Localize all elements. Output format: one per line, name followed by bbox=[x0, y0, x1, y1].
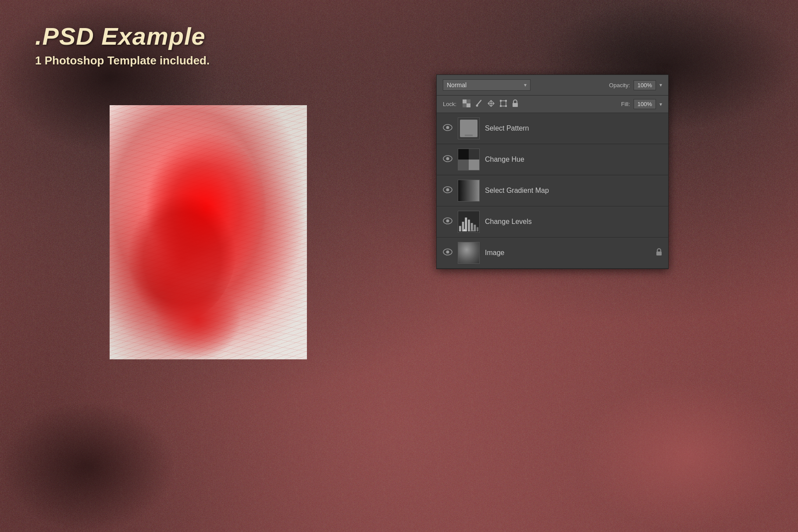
fill-value[interactable]: 100% bbox=[634, 99, 656, 109]
red-blob-3 bbox=[153, 280, 241, 359]
layer-image[interactable]: Image bbox=[437, 238, 668, 269]
photo-preview bbox=[110, 105, 307, 359]
photo-content bbox=[110, 105, 307, 359]
opacity-group: Opacity: 100% ▾ bbox=[609, 80, 662, 90]
layers-list: Select Pattern Change Hue bbox=[437, 113, 668, 269]
svg-rect-19 bbox=[472, 122, 476, 125]
svg-rect-29 bbox=[465, 135, 472, 136]
svg-rect-11 bbox=[513, 103, 518, 107]
svg-rect-25 bbox=[465, 128, 469, 131]
page-subtitle: 1 Photoshop Template included. bbox=[35, 54, 210, 67]
layer-visibility-icon[interactable] bbox=[443, 248, 452, 258]
title-area: .PSD Example 1 Photoshop Template includ… bbox=[35, 22, 210, 67]
svg-point-50 bbox=[446, 250, 449, 253]
svg-rect-15 bbox=[462, 122, 476, 131]
svg-rect-10 bbox=[505, 105, 507, 107]
blend-mode-value: Normal bbox=[447, 82, 467, 89]
svg-rect-42 bbox=[465, 217, 467, 231]
svg-rect-40 bbox=[459, 226, 461, 231]
lock-bar: Lock: bbox=[437, 96, 668, 113]
dark-blotch-bottomleft bbox=[0, 401, 175, 532]
svg-rect-22 bbox=[469, 125, 472, 128]
red-blotch-bottomright bbox=[579, 379, 798, 532]
svg-rect-0 bbox=[463, 99, 467, 103]
layer-visibility-icon[interactable] bbox=[443, 155, 452, 164]
blend-opacity-bar: Normal ▾ Opacity: 100% ▾ bbox=[437, 75, 668, 96]
svg-rect-34 bbox=[458, 160, 469, 170]
layer-select-gradient-map[interactable]: Select Gradient Map bbox=[437, 175, 668, 206]
svg-rect-33 bbox=[469, 149, 479, 160]
opacity-value[interactable]: 100% bbox=[634, 80, 656, 90]
page-title: .PSD Example bbox=[35, 22, 210, 50]
svg-rect-43 bbox=[468, 220, 470, 231]
svg-point-13 bbox=[446, 126, 449, 129]
svg-rect-18 bbox=[469, 122, 472, 125]
layer-name-text: Change Hue bbox=[485, 156, 662, 163]
fill-group: Fill: 100% ▾ bbox=[621, 99, 662, 109]
svg-rect-46 bbox=[477, 227, 478, 231]
svg-point-31 bbox=[446, 157, 449, 160]
lock-pixels-icon[interactable] bbox=[475, 99, 483, 109]
fill-chevron: ▾ bbox=[659, 101, 662, 107]
fill-label: Fill: bbox=[621, 101, 630, 107]
svg-rect-23 bbox=[472, 125, 476, 128]
svg-rect-20 bbox=[462, 125, 465, 128]
svg-rect-45 bbox=[474, 225, 476, 231]
svg-rect-16 bbox=[462, 122, 465, 125]
layer-lock-icon bbox=[656, 248, 662, 258]
svg-rect-14 bbox=[461, 121, 477, 132]
layers-panel: Normal ▾ Opacity: 100% ▾ Lock: bbox=[436, 74, 669, 269]
svg-point-37 bbox=[446, 188, 449, 191]
blend-mode-select[interactable]: Normal ▾ bbox=[443, 79, 531, 91]
layer-change-hue[interactable]: Change Hue bbox=[437, 144, 668, 175]
layer-thumbnail bbox=[458, 117, 480, 139]
svg-rect-7 bbox=[500, 100, 502, 102]
svg-rect-17 bbox=[465, 122, 469, 125]
lock-artboard-icon[interactable] bbox=[499, 99, 507, 109]
svg-point-5 bbox=[476, 105, 478, 107]
layer-visibility-icon[interactable] bbox=[443, 124, 452, 133]
layer-visibility-icon[interactable] bbox=[443, 186, 452, 195]
lock-label: Lock: bbox=[443, 101, 456, 107]
gradient-thumb-visual bbox=[458, 180, 479, 201]
svg-rect-51 bbox=[656, 252, 662, 255]
layer-thumbnail bbox=[458, 242, 480, 264]
layer-change-levels[interactable]: Change Levels bbox=[437, 206, 668, 238]
lock-position-icon[interactable] bbox=[487, 99, 495, 109]
svg-point-39 bbox=[446, 219, 449, 222]
svg-marker-48 bbox=[470, 229, 474, 231]
svg-rect-8 bbox=[505, 100, 507, 102]
opacity-chevron: ▾ bbox=[659, 82, 662, 88]
image-thumb-visual bbox=[458, 242, 479, 263]
svg-rect-35 bbox=[469, 160, 479, 170]
svg-rect-1 bbox=[467, 103, 470, 107]
layer-name-text: Select Gradient Map bbox=[485, 187, 662, 195]
lock-icons bbox=[463, 99, 519, 109]
layer-thumbnail bbox=[458, 180, 480, 202]
layer-name-text: Select Pattern bbox=[485, 124, 662, 132]
layer-visibility-icon[interactable] bbox=[443, 217, 452, 227]
layer-thumbnail bbox=[458, 211, 480, 233]
lock-all-icon[interactable] bbox=[512, 99, 519, 109]
svg-rect-27 bbox=[472, 128, 476, 131]
svg-rect-24 bbox=[462, 128, 465, 131]
opacity-label: Opacity: bbox=[609, 82, 630, 89]
svg-rect-3 bbox=[463, 103, 467, 107]
svg-rect-9 bbox=[500, 105, 502, 107]
svg-rect-28 bbox=[467, 132, 470, 135]
svg-rect-32 bbox=[458, 149, 469, 160]
lock-transparency-icon[interactable] bbox=[463, 99, 470, 109]
blend-mode-chevron: ▾ bbox=[524, 82, 527, 88]
layer-select-pattern[interactable]: Select Pattern bbox=[437, 113, 668, 144]
svg-rect-21 bbox=[465, 125, 469, 128]
layer-name-text: Change Levels bbox=[485, 218, 662, 226]
svg-rect-2 bbox=[467, 99, 470, 103]
layer-name-text: Image bbox=[485, 249, 651, 257]
layer-thumbnail bbox=[458, 149, 480, 170]
svg-rect-26 bbox=[469, 128, 472, 131]
